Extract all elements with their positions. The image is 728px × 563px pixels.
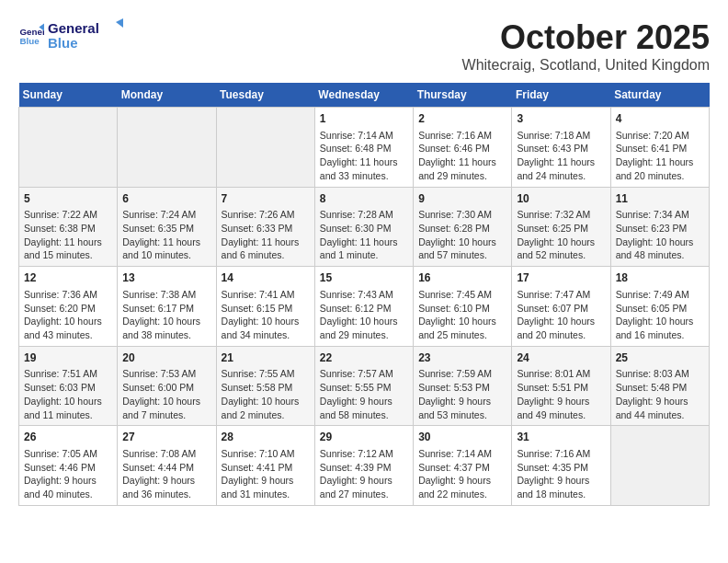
day-info: Sunrise: 7:38 AM Sunset: 6:17 PM Dayligh… [122, 288, 210, 342]
svg-marker-5 [116, 18, 123, 28]
day-number: 17 [517, 270, 605, 286]
day-info: Sunrise: 7:28 AM Sunset: 6:30 PM Dayligh… [320, 208, 408, 262]
calendar-week-5: 26Sunrise: 7:05 AM Sunset: 4:46 PM Dayli… [19, 426, 710, 506]
day-number: 27 [122, 430, 210, 445]
calendar-cell: 24Sunrise: 8:01 AM Sunset: 5:51 PM Dayli… [512, 346, 610, 426]
day-info: Sunrise: 7:30 AM Sunset: 6:28 PM Dayligh… [418, 208, 506, 262]
day-info: Sunrise: 7:32 AM Sunset: 6:25 PM Dayligh… [517, 208, 605, 262]
day-info: Sunrise: 7:45 AM Sunset: 6:10 PM Dayligh… [418, 288, 506, 342]
day-info: Sunrise: 7:10 AM Sunset: 4:41 PM Dayligh… [222, 447, 310, 501]
calendar-cell: 11Sunrise: 7:34 AM Sunset: 6:23 PM Dayli… [610, 187, 709, 267]
day-info: Sunrise: 7:55 AM Sunset: 5:58 PM Dayligh… [222, 367, 310, 421]
day-number: 30 [418, 430, 506, 445]
day-number: 16 [418, 270, 506, 286]
logo: General Blue General Blue [18, 18, 131, 52]
day-info: Sunrise: 7:53 AM Sunset: 6:00 PM Dayligh… [122, 367, 210, 421]
day-info: Sunrise: 7:20 AM Sunset: 6:41 PM Dayligh… [616, 129, 704, 183]
calendar-cell: 16Sunrise: 7:45 AM Sunset: 6:10 PM Dayli… [414, 267, 512, 347]
day-number: 4 [616, 111, 704, 127]
day-number: 10 [517, 191, 605, 207]
calendar-cell: 6Sunrise: 7:24 AM Sunset: 6:35 PM Daylig… [118, 187, 216, 267]
day-number: 3 [517, 111, 605, 127]
day-info: Sunrise: 7:22 AM Sunset: 6:38 PM Dayligh… [24, 208, 112, 262]
day-number: 5 [24, 191, 112, 207]
day-info: Sunrise: 8:03 AM Sunset: 5:48 PM Dayligh… [616, 367, 704, 421]
calendar-cell: 10Sunrise: 7:32 AM Sunset: 6:25 PM Dayli… [512, 187, 610, 267]
calendar-body: 1Sunrise: 7:14 AM Sunset: 6:48 PM Daylig… [19, 108, 710, 506]
calendar-week-4: 19Sunrise: 7:51 AM Sunset: 6:03 PM Dayli… [19, 346, 710, 426]
day-number: 12 [24, 270, 112, 286]
calendar-cell: 22Sunrise: 7:57 AM Sunset: 5:55 PM Dayli… [314, 346, 413, 426]
day-number: 23 [418, 350, 506, 366]
svg-text:Blue: Blue [19, 36, 40, 46]
day-info: Sunrise: 7:08 AM Sunset: 4:44 PM Dayligh… [122, 447, 210, 501]
title-block: October 2025 Whitecraig, Scotland, Unite… [462, 18, 710, 74]
day-info: Sunrise: 7:51 AM Sunset: 6:03 PM Dayligh… [24, 367, 112, 421]
calendar-cell: 7Sunrise: 7:26 AM Sunset: 6:33 PM Daylig… [216, 187, 314, 267]
weekday-header-wednesday: Wednesday [314, 83, 413, 108]
weekday-header-thursday: Thursday [414, 83, 512, 108]
calendar-cell: 29Sunrise: 7:12 AM Sunset: 4:39 PM Dayli… [314, 426, 413, 506]
day-number: 8 [320, 191, 408, 207]
calendar-table: SundayMondayTuesdayWednesdayThursdayFrid… [18, 83, 710, 506]
calendar-cell [118, 108, 216, 188]
location: Whitecraig, Scotland, United Kingdom [462, 57, 710, 74]
day-number: 1 [320, 111, 408, 127]
day-number: 28 [222, 430, 310, 445]
calendar-cell: 21Sunrise: 7:55 AM Sunset: 5:58 PM Dayli… [216, 346, 314, 426]
day-info: Sunrise: 7:05 AM Sunset: 4:46 PM Dayligh… [24, 447, 112, 501]
day-number: 22 [320, 350, 408, 366]
calendar-cell: 17Sunrise: 7:47 AM Sunset: 6:07 PM Dayli… [512, 267, 610, 347]
svg-text:Blue: Blue [48, 35, 78, 51]
day-info: Sunrise: 7:16 AM Sunset: 4:35 PM Dayligh… [517, 447, 605, 501]
calendar-cell: 1Sunrise: 7:14 AM Sunset: 6:48 PM Daylig… [314, 108, 413, 188]
day-info: Sunrise: 7:59 AM Sunset: 5:53 PM Dayligh… [418, 367, 506, 421]
logo-icon: General Blue [18, 22, 44, 48]
calendar-cell: 4Sunrise: 7:20 AM Sunset: 6:41 PM Daylig… [610, 108, 709, 188]
day-number: 2 [418, 111, 506, 127]
day-info: Sunrise: 7:57 AM Sunset: 5:55 PM Dayligh… [320, 367, 408, 421]
calendar-header: SundayMondayTuesdayWednesdayThursdayFrid… [19, 83, 710, 108]
calendar-cell: 15Sunrise: 7:43 AM Sunset: 6:12 PM Dayli… [314, 267, 413, 347]
weekday-header-tuesday: Tuesday [216, 83, 314, 108]
page-header: General Blue General Blue October 2025 W… [18, 18, 710, 74]
calendar-cell: 2Sunrise: 7:16 AM Sunset: 6:46 PM Daylig… [414, 108, 512, 188]
weekday-header-saturday: Saturday [610, 83, 709, 108]
calendar-cell: 19Sunrise: 7:51 AM Sunset: 6:03 PM Dayli… [19, 346, 118, 426]
day-number: 29 [320, 430, 408, 445]
day-number: 6 [122, 191, 210, 207]
calendar-cell: 28Sunrise: 7:10 AM Sunset: 4:41 PM Dayli… [216, 426, 314, 506]
day-number: 21 [222, 350, 310, 366]
calendar-cell: 8Sunrise: 7:28 AM Sunset: 6:30 PM Daylig… [314, 187, 413, 267]
calendar-cell: 25Sunrise: 8:03 AM Sunset: 5:48 PM Dayli… [610, 346, 709, 426]
calendar-cell: 13Sunrise: 7:38 AM Sunset: 6:17 PM Dayli… [118, 267, 216, 347]
day-info: Sunrise: 8:01 AM Sunset: 5:51 PM Dayligh… [517, 367, 605, 421]
weekday-header-sunday: Sunday [19, 83, 118, 108]
calendar-cell: 26Sunrise: 7:05 AM Sunset: 4:46 PM Dayli… [19, 426, 118, 506]
calendar-cell: 20Sunrise: 7:53 AM Sunset: 6:00 PM Dayli… [118, 346, 216, 426]
calendar-cell: 18Sunrise: 7:49 AM Sunset: 6:05 PM Dayli… [610, 267, 709, 347]
day-info: Sunrise: 7:18 AM Sunset: 6:43 PM Dayligh… [517, 129, 605, 183]
day-number: 19 [24, 350, 112, 366]
calendar-cell [610, 426, 709, 506]
day-info: Sunrise: 7:16 AM Sunset: 6:46 PM Dayligh… [418, 129, 506, 183]
day-info: Sunrise: 7:41 AM Sunset: 6:15 PM Dayligh… [222, 288, 310, 342]
calendar-cell: 23Sunrise: 7:59 AM Sunset: 5:53 PM Dayli… [414, 346, 512, 426]
day-info: Sunrise: 7:12 AM Sunset: 4:39 PM Dayligh… [320, 447, 408, 501]
day-number: 15 [320, 270, 408, 286]
day-info: Sunrise: 7:14 AM Sunset: 4:37 PM Dayligh… [418, 447, 506, 501]
calendar-cell [19, 108, 118, 188]
day-number: 25 [616, 350, 704, 366]
calendar-cell: 5Sunrise: 7:22 AM Sunset: 6:38 PM Daylig… [19, 187, 118, 267]
day-info: Sunrise: 7:26 AM Sunset: 6:33 PM Dayligh… [222, 208, 310, 262]
weekday-header-row: SundayMondayTuesdayWednesdayThursdayFrid… [19, 83, 710, 108]
calendar-cell: 3Sunrise: 7:18 AM Sunset: 6:43 PM Daylig… [512, 108, 610, 188]
calendar-cell: 14Sunrise: 7:41 AM Sunset: 6:15 PM Dayli… [216, 267, 314, 347]
calendar-cell: 27Sunrise: 7:08 AM Sunset: 4:44 PM Dayli… [118, 426, 216, 506]
calendar-week-2: 5Sunrise: 7:22 AM Sunset: 6:38 PM Daylig… [19, 187, 710, 267]
calendar-cell: 9Sunrise: 7:30 AM Sunset: 6:28 PM Daylig… [414, 187, 512, 267]
day-number: 20 [122, 350, 210, 366]
weekday-header-monday: Monday [118, 83, 216, 108]
day-info: Sunrise: 7:24 AM Sunset: 6:35 PM Dayligh… [122, 208, 210, 262]
day-info: Sunrise: 7:49 AM Sunset: 6:05 PM Dayligh… [616, 288, 704, 342]
